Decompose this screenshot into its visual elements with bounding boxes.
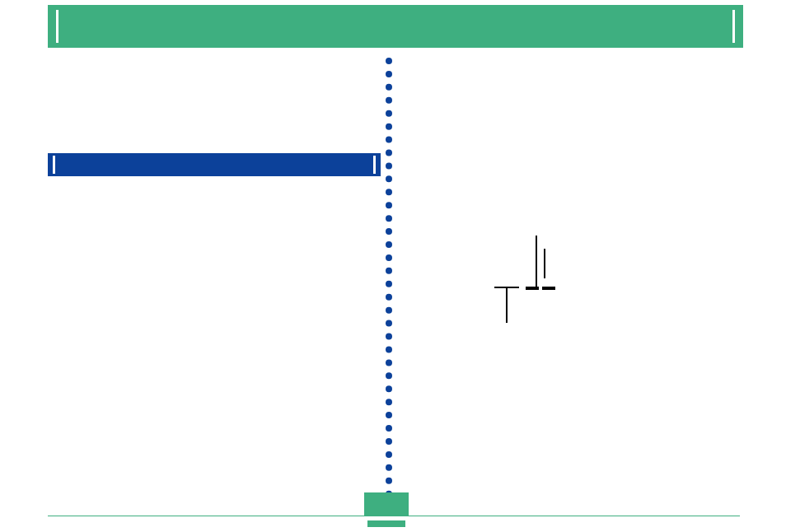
candle-dash-1 xyxy=(526,287,539,290)
candle-wick-2 xyxy=(544,249,545,278)
center-dotted-vertical-line xyxy=(386,58,392,497)
blue-bar-left xyxy=(48,153,381,176)
candlestick-cluster xyxy=(494,236,593,326)
top-bar-right-tick xyxy=(732,10,735,43)
top-bar-left-tick xyxy=(56,10,58,43)
candle-dash-2 xyxy=(542,287,555,290)
center-green-block xyxy=(364,492,409,516)
green-baseline xyxy=(48,516,740,516)
center-green-underbar xyxy=(367,520,405,527)
blue-bar-right-tick xyxy=(373,156,376,174)
top-green-bar xyxy=(48,5,743,48)
figure xyxy=(0,0,786,532)
candle-wick-3 xyxy=(506,287,508,323)
candle-wick-1 xyxy=(536,236,537,287)
blue-bar-left-tick xyxy=(53,156,55,174)
